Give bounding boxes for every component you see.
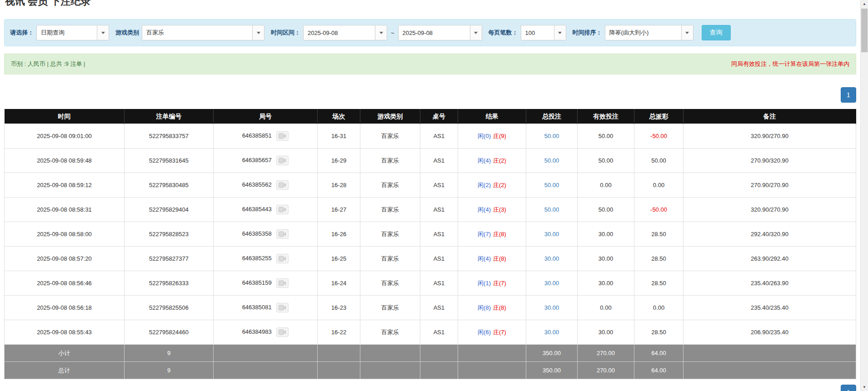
video-replay-icon[interactable]	[276, 229, 289, 239]
video-replay-icon[interactable]	[276, 131, 289, 141]
valid-bet-cell: 0.00	[578, 173, 634, 198]
total-bet-link[interactable]: 30.00	[544, 255, 559, 262]
col-header-session: 场次	[318, 109, 360, 124]
date-mode-select[interactable]: 日期查询	[36, 25, 109, 40]
total-bet-link[interactable]: 30.00	[544, 329, 559, 336]
banker-result: 庄(8)	[493, 231, 506, 238]
page-size-select[interactable]: 100	[521, 25, 566, 40]
payout-cell: 28.50	[634, 247, 683, 271]
empty-cell	[214, 362, 318, 379]
currency-summary: 币别 : 人民币 | 总共 :9 注单 |	[11, 60, 85, 68]
grand-total-row: 总计 9 350.00 270.00 64.00	[5, 362, 856, 379]
chevron-down-icon[interactable]	[681, 25, 693, 40]
video-replay-icon[interactable]	[276, 327, 289, 337]
query-button[interactable]: 查询	[702, 25, 731, 40]
col-header-result: 结果	[458, 109, 526, 124]
result-cell: 闲(0)庄(9)	[458, 124, 526, 148]
video-replay-icon[interactable]	[276, 205, 289, 214]
round-number: 646385081	[242, 304, 272, 311]
chevron-down-icon[interactable]	[470, 25, 482, 40]
total-bet-link[interactable]: 50.00	[544, 133, 559, 139]
total-bet-link[interactable]: 30.00	[544, 280, 559, 287]
player-result: 闲(0)	[478, 133, 491, 139]
player-result: 闲(4)	[478, 157, 491, 164]
table-row: 2025-09-08 08:56:46 522795826333 6463851…	[5, 271, 856, 296]
valid-bet-cell: 50.00	[578, 198, 634, 222]
game-type-select[interactable]: 百家乐	[142, 25, 264, 40]
game-type-cell: 百家乐	[360, 271, 420, 296]
empty-cell	[458, 345, 526, 362]
video-replay-icon[interactable]	[276, 254, 289, 263]
table-row: 2025-09-08 09:01:00 522795833757 6463858…	[5, 124, 856, 148]
remark-cell: 270.90/270.90	[683, 173, 856, 198]
date-from-input[interactable]: 2025-09-08	[303, 25, 387, 40]
game-type-value: 百家乐	[142, 25, 252, 40]
total-bet-link[interactable]: 50.00	[544, 206, 559, 213]
scroll-up-icon[interactable]: ▲	[861, 0, 868, 8]
page-1-button[interactable]: 1	[841, 87, 856, 103]
subtotal-valid-bet: 270.00	[578, 345, 634, 362]
result-cell: 闲(4)庄(8)	[458, 247, 526, 271]
caret-icon	[257, 32, 260, 34]
total-bet-cell: 30.00	[526, 271, 578, 296]
empty-cell	[458, 362, 526, 379]
scroll-down-icon[interactable]: ▼	[861, 383, 868, 391]
chevron-down-icon[interactable]	[554, 25, 566, 40]
game-type-cell: 百家乐	[360, 148, 420, 173]
sort-select[interactable]: 降幂(由大到小)	[605, 25, 693, 40]
chevron-down-icon[interactable]	[252, 25, 264, 40]
round-number: 646385159	[242, 279, 272, 286]
round-cell: 646385657	[214, 148, 318, 173]
caret-icon	[379, 32, 383, 34]
page-content: 视讯 会员 下注纪录 请选择： 日期查询 游戏类别 百家乐 时间区间： 2025…	[0, 0, 860, 379]
time-range-label: 时间区间：	[271, 29, 300, 37]
bet-id-cell: 522795829404	[125, 198, 214, 222]
remark-cell: 320.90/270.90	[683, 124, 856, 148]
date-mode-label: 请选择：	[10, 29, 34, 37]
table-row: 2025-09-08 08:57:20 522795827377 6463852…	[5, 247, 856, 271]
round-cell: 646384983	[214, 320, 318, 345]
col-header-time: 时间	[5, 109, 125, 124]
total-bet-link[interactable]: 30.00	[544, 231, 559, 238]
col-header-payout: 总派彩	[634, 109, 683, 124]
total-bet-link[interactable]: 50.00	[544, 182, 559, 188]
empty-cell	[360, 362, 420, 379]
player-result: 闲(7)	[478, 231, 491, 238]
video-replay-icon[interactable]	[276, 156, 289, 165]
result-cell: 闲(4)庄(2)	[458, 148, 526, 173]
table-number-cell: AS1	[420, 247, 458, 271]
chevron-down-icon[interactable]	[375, 25, 387, 40]
video-replay-icon[interactable]	[276, 278, 289, 288]
payout-cell: 0.00	[634, 173, 683, 198]
chevron-down-icon[interactable]	[97, 25, 109, 40]
grand-total-label: 总计	[5, 362, 125, 379]
page-size-value: 100	[521, 25, 554, 40]
player-result: 闲(1)	[478, 280, 491, 287]
empty-cell	[360, 345, 420, 362]
table-row: 2025-09-08 08:59:48 522795831645 6463856…	[5, 148, 856, 173]
result-cell: 闲(6)庄(7)	[458, 320, 526, 345]
round-number: 646385358	[242, 230, 272, 237]
date-to-input[interactable]: 2025-09-08	[398, 25, 482, 40]
payout-cell: 28.50	[634, 320, 683, 345]
subtotal-count: 9	[125, 345, 214, 362]
video-replay-icon[interactable]	[276, 180, 289, 190]
bet-id-cell: 522795833757	[125, 124, 214, 148]
total-bet-link[interactable]: 50.00	[544, 157, 559, 164]
page-1-button-bottom[interactable]: 1	[841, 385, 856, 391]
round-number: 646384983	[242, 328, 272, 335]
subtotal-row: 小计 9 350.00 270.00 64.00	[5, 345, 856, 362]
session-cell: 16-24	[318, 271, 360, 296]
empty-cell	[420, 362, 458, 379]
table-row: 2025-09-08 08:56:18 522795825506 6463850…	[5, 296, 856, 320]
total-bet-link[interactable]: 30.00	[544, 304, 559, 311]
game-type-cell: 百家乐	[360, 173, 420, 198]
payout-cell: 50.00	[634, 148, 683, 173]
video-replay-icon[interactable]	[276, 303, 289, 312]
total-bet-cell: 30.00	[526, 247, 578, 271]
scrollbar-thumb[interactable]	[861, 9, 868, 52]
vertical-scrollbar[interactable]: ▲ ▼	[860, 0, 868, 391]
grand-total-count: 9	[125, 362, 214, 379]
total-bet-cell: 50.00	[526, 198, 578, 222]
time-cell: 2025-09-08 08:59:48	[5, 148, 125, 173]
